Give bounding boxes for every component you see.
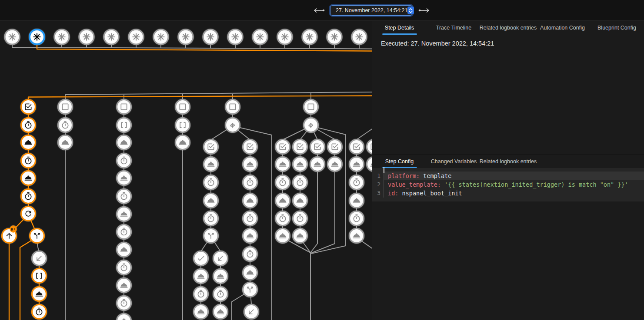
service-call-node[interactable]: [293, 157, 307, 172]
service-call-node[interactable]: [293, 229, 307, 243]
service-call-node[interactable]: [276, 194, 290, 208]
service-call-node[interactable]: [328, 157, 342, 172]
delay-node[interactable]: [204, 175, 218, 190]
trigger-node[interactable]: [228, 30, 243, 44]
choose-node[interactable]: [304, 118, 318, 132]
service-call-node[interactable]: [176, 135, 190, 150]
condition-node[interactable]: [117, 100, 131, 114]
trigger-node[interactable]: [327, 30, 342, 44]
sequence-node[interactable]: [32, 269, 47, 283]
service-call-node[interactable]: [243, 157, 257, 172]
delay-node[interactable]: [21, 154, 36, 168]
trigger-node[interactable]: [352, 30, 367, 44]
tab-related-logbook-entries[interactable]: Related logbook entries: [481, 21, 535, 35]
sequence-node[interactable]: [117, 118, 131, 132]
service-call-node[interactable]: [117, 314, 131, 320]
condition-pass-node[interactable]: [310, 140, 325, 154]
delay-node[interactable]: [350, 175, 364, 190]
delay-node[interactable]: [21, 118, 36, 132]
service-call-node[interactable]: [117, 278, 131, 293]
delay-node[interactable]: [117, 154, 131, 168]
tab-step-config[interactable]: Step Config: [372, 155, 427, 168]
trigger-node[interactable]: [5, 30, 20, 44]
tab-changed-variables[interactable]: Changed Variables: [427, 155, 481, 168]
delay-node[interactable]: [58, 118, 73, 132]
condition-pass-node[interactable]: [204, 140, 218, 154]
sequence-node[interactable]: [176, 118, 190, 132]
condition-pass-node[interactable]: [276, 140, 290, 154]
trigger-node[interactable]: [153, 30, 168, 44]
delay-node[interactable]: [276, 175, 290, 190]
previous-trace-arrow-button[interactable]: [313, 8, 325, 13]
trigger-node[interactable]: [253, 30, 267, 44]
service-call-node[interactable]: [117, 207, 131, 221]
tab-step-details[interactable]: Step Details: [372, 21, 427, 35]
service-call-node[interactable]: [214, 305, 228, 319]
service-call-node[interactable]: [204, 157, 218, 172]
choose-node[interactable]: [226, 118, 240, 132]
service-call-node[interactable]: [243, 194, 257, 208]
trigger-node[interactable]: [302, 30, 317, 44]
service-call-node[interactable]: [350, 194, 364, 208]
delay-node[interactable]: [243, 175, 257, 190]
service-call-node[interactable]: [293, 194, 307, 208]
trace-run-picker[interactable]: 27. November 2022, 14:54:21: [330, 5, 413, 16]
service-call-node[interactable]: [243, 229, 257, 243]
service-call-node[interactable]: [21, 171, 36, 185]
service-call-node[interactable]: [194, 269, 208, 284]
next-trace-arrow-button[interactable]: [418, 8, 430, 13]
condition-pass-node[interactable]: [367, 140, 372, 154]
delay-node[interactable]: [117, 189, 131, 204]
trigger-node[interactable]: [129, 30, 143, 44]
tab-trace-timeline[interactable]: Trace Timeline: [427, 21, 481, 35]
condition-node[interactable]: [176, 100, 190, 114]
return-node[interactable]: [214, 251, 228, 266]
trigger-node[interactable]: [30, 30, 44, 44]
service-call-node[interactable]: [117, 171, 131, 185]
service-call-node[interactable]: [194, 305, 208, 319]
trigger-node[interactable]: [203, 30, 218, 44]
condition-pass-node[interactable]: [350, 140, 364, 154]
code-line[interactable]: 3id: nspanel_boot_init: [372, 189, 644, 198]
trigger-node[interactable]: [79, 30, 94, 44]
service-call-node[interactable]: [310, 157, 325, 172]
option-pass-node[interactable]: [194, 251, 208, 266]
service-call-node[interactable]: [204, 194, 218, 208]
delay-node[interactable]: [350, 211, 364, 226]
delay-node[interactable]: [243, 211, 257, 226]
service-call-node[interactable]: [58, 135, 73, 150]
service-call-node[interactable]: [117, 243, 131, 257]
call-split-node[interactable]: [204, 229, 218, 243]
service-call-node[interactable]: [243, 266, 257, 280]
trigger-node[interactable]: [178, 30, 193, 44]
delay-node[interactable]: [194, 287, 208, 301]
return-node[interactable]: [32, 251, 47, 266]
condition-node[interactable]: [58, 100, 73, 114]
delay-node[interactable]: [243, 247, 257, 261]
service-call-node[interactable]: [21, 135, 36, 150]
service-call-node[interactable]: [350, 157, 364, 172]
service-call-node[interactable]: [350, 229, 364, 243]
call-split-node[interactable]: [243, 283, 257, 297]
delay-node[interactable]: [32, 305, 47, 319]
repeat-node[interactable]: [21, 207, 36, 221]
delay-node[interactable]: [214, 287, 228, 301]
step-config-code-editor[interactable]: 1platform: template2value_template: '{{ …: [372, 168, 644, 201]
trigger-node[interactable]: [54, 30, 69, 44]
tab-automation-config[interactable]: Automation Config: [535, 21, 590, 35]
condition-pass-node[interactable]: [293, 140, 307, 154]
condition-node[interactable]: [226, 100, 240, 114]
trigger-node[interactable]: [104, 30, 119, 44]
condition-pass-node[interactable]: [328, 140, 342, 154]
service-call-node[interactable]: [32, 287, 47, 301]
service-call-node[interactable]: [276, 229, 290, 243]
delay-node[interactable]: [117, 296, 131, 310]
trigger-node[interactable]: [277, 30, 292, 44]
service-call-node[interactable]: [117, 135, 131, 150]
service-call-node[interactable]: [367, 157, 372, 172]
delay-node[interactable]: [117, 225, 131, 239]
code-line[interactable]: 1platform: template: [372, 172, 644, 180]
call-split-node[interactable]: [30, 229, 44, 243]
delay-node[interactable]: [21, 189, 36, 204]
return-node[interactable]: [244, 305, 259, 319]
